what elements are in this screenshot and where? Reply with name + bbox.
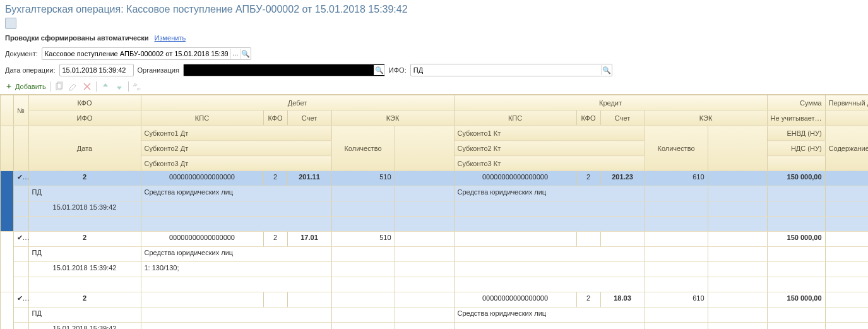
ellipsis-icon[interactable]: …	[230, 49, 240, 59]
search-icon[interactable]: 🔍	[374, 65, 384, 75]
copy-icon[interactable]	[54, 81, 64, 92]
cell-k-sub3	[454, 277, 645, 292]
cell-date	[825, 232, 868, 247]
cell-d-sub2	[141, 201, 331, 217]
org-input[interactable]	[184, 65, 374, 75]
add-label: Добавить	[15, 83, 46, 90]
cell-d-kps	[141, 292, 263, 308]
entries-grid[interactable]: № КФО Дебет Кредит Сумма Первичный докум…	[0, 95, 868, 329]
col-primary: Первичный документ	[825, 95, 868, 111]
cell-date	[825, 171, 868, 186]
table-row[interactable]: 15.01.2018 15:39:42 1: 130/130;	[1, 262, 868, 277]
cell-k-sub2	[454, 262, 645, 277]
move-up-icon[interactable]	[100, 81, 110, 92]
cell-d-sub1: Средства юридических лиц	[141, 186, 331, 201]
svg-text:Кт: Кт	[137, 87, 141, 91]
cell-empty	[13, 247, 28, 262]
cell-date: 15.01.2018 15:39:42	[28, 262, 141, 277]
cell-k-kek	[645, 232, 708, 247]
search-icon[interactable]: 🔍	[601, 65, 612, 75]
cell-kfo: 2	[28, 292, 141, 308]
date-label: Дата операции:	[5, 66, 56, 74]
cell-d-kek: 510	[331, 232, 395, 247]
col-kfo: КФО	[28, 95, 141, 111]
table-row[interactable]: ✔ 1 2 00000000000000000 2 201.11 510 000…	[1, 171, 868, 186]
cell-k-kfo	[576, 232, 600, 247]
row-marker[interactable]	[1, 171, 13, 232]
cell-k-kek: 610	[645, 171, 708, 186]
change-link[interactable]: Изменить	[155, 34, 186, 42]
col-kps-d: КПС	[141, 111, 263, 126]
delete-icon[interactable]	[82, 81, 92, 92]
col-ifo: ИФО	[28, 111, 141, 126]
col-n: №	[13, 95, 28, 126]
cell-d-sub3	[141, 217, 331, 232]
table-row[interactable]: ✔ 2 2 00000000000000000 2 17.01 510 150 …	[1, 232, 868, 247]
cell-d-sub2: 1: 130/130;	[141, 262, 331, 277]
col-debit: Дебет	[141, 95, 454, 111]
col-content: Содержание операции	[825, 126, 868, 171]
col-qty-d: Количество	[331, 126, 395, 171]
report-icon[interactable]	[5, 18, 16, 29]
doc-input[interactable]	[42, 49, 230, 59]
ifo-label: ИФО:	[389, 66, 407, 74]
cell-ifo: ПД	[28, 247, 141, 262]
ifo-input[interactable]	[411, 65, 601, 75]
cell-d-qty	[395, 232, 454, 247]
col-acct-d: Счет	[287, 111, 331, 126]
cell-d-kek	[331, 292, 395, 308]
col-mark	[1, 95, 13, 126]
col-kek-k: КЭК	[645, 111, 767, 126]
table-row[interactable]: ПД Средства юридических лиц Средства юри…	[1, 186, 868, 201]
table-row[interactable]: ✔ 3 2 00000000000000000 2 18.03 610 150 …	[1, 292, 868, 308]
cell-k-sub2	[454, 323, 645, 330]
col-sub1k: Субконто1 Кт	[454, 126, 645, 141]
ifo-field[interactable]: 🔍	[410, 64, 612, 76]
col-qty-k: Количество	[645, 126, 708, 171]
col-kps-k: КПС	[454, 111, 576, 126]
col-kfo2-k: КФО	[576, 111, 600, 126]
row-check-icon: ✔ 3	[13, 292, 28, 308]
cell-ifo: ПД	[28, 186, 141, 201]
cell-kfo: 2	[28, 232, 141, 247]
svg-text:Дт: Дт	[133, 83, 138, 87]
col-acct-k: Счет	[600, 111, 645, 126]
cell-date: 15.01.2018 15:39:42	[28, 323, 141, 330]
status-text: Проводки сформированы автоматически	[5, 34, 148, 42]
add-button[interactable]: ＋ Добавить	[5, 81, 46, 92]
table-row[interactable]: 15.01.2018 15:39:42	[1, 323, 868, 330]
col-credit: Кредит	[454, 95, 767, 111]
col-sub1d: Субконто1 Дт	[141, 126, 331, 141]
org-field[interactable]: 🔍	[183, 64, 385, 76]
col-date: Дата	[825, 111, 868, 126]
cell-k-acct	[600, 232, 645, 247]
row-marker[interactable]	[1, 292, 13, 330]
cell-d-sub1	[141, 308, 331, 323]
date-field[interactable]	[59, 64, 134, 76]
col-nds: НДС (НУ)	[767, 141, 825, 156]
date-input[interactable]	[60, 65, 133, 75]
dtkr-icon[interactable]: ДтКт	[133, 81, 143, 92]
table-row[interactable]: ПД Средства юридических лиц	[1, 308, 868, 323]
table-row[interactable]	[1, 277, 868, 292]
cell-k-sub1: Средства юридических лиц	[454, 308, 645, 323]
table-row[interactable]: ПД Средства юридических лиц	[1, 247, 868, 262]
row-check-icon: ✔ 1	[13, 171, 28, 186]
doc-field[interactable]: … 🔍	[42, 47, 251, 60]
cell-d-sub3	[141, 277, 331, 292]
cell-k-sub1	[454, 247, 645, 262]
cell-d-kek: 510	[331, 171, 395, 186]
search-icon[interactable]: 🔍	[240, 49, 251, 59]
cell-k-qty	[708, 292, 767, 308]
cell-kfo: 2	[28, 171, 141, 186]
cell-k-qty	[708, 232, 767, 247]
col-envd: ЕНВД (НУ)	[767, 126, 825, 141]
cell-d-sub1: Средства юридических лиц	[141, 247, 331, 262]
row-marker[interactable]	[1, 232, 13, 292]
cell-k-qty	[708, 171, 767, 186]
cell-k-kps: 00000000000000000	[454, 292, 576, 308]
table-row[interactable]: 15.01.2018 15:39:42	[1, 201, 868, 217]
table-row[interactable]	[1, 217, 868, 232]
edit-icon[interactable]	[68, 81, 78, 92]
move-down-icon[interactable]	[114, 81, 124, 92]
